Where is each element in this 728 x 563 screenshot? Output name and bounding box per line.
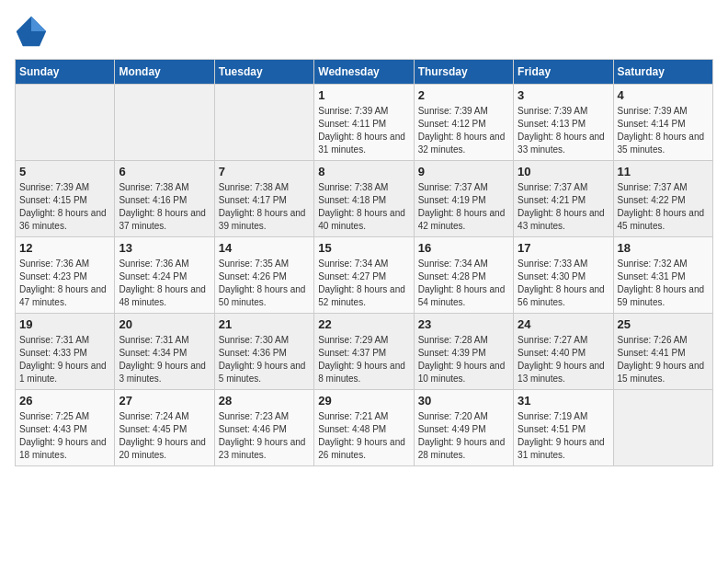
day-info: Sunrise: 7:37 AM Sunset: 4:22 PM Dayligh… bbox=[618, 181, 709, 233]
day-cell: 20Sunrise: 7:31 AM Sunset: 4:34 PM Dayli… bbox=[115, 314, 214, 390]
day-number: 6 bbox=[119, 165, 210, 178]
day-cell: 29Sunrise: 7:21 AM Sunset: 4:48 PM Dayli… bbox=[314, 390, 414, 466]
weekday-header-thursday: Thursday bbox=[414, 60, 513, 85]
day-cell: 26Sunrise: 7:25 AM Sunset: 4:43 PM Dayli… bbox=[16, 390, 115, 466]
day-cell: 30Sunrise: 7:20 AM Sunset: 4:49 PM Dayli… bbox=[414, 390, 513, 466]
day-number: 22 bbox=[318, 317, 409, 331]
day-cell: 14Sunrise: 7:35 AM Sunset: 4:26 PM Dayli… bbox=[214, 237, 313, 314]
weekday-header-saturday: Saturday bbox=[613, 60, 712, 85]
day-number: 10 bbox=[518, 165, 609, 178]
day-info: Sunrise: 7:27 AM Sunset: 4:40 PM Dayligh… bbox=[518, 334, 609, 385]
day-info: Sunrise: 7:34 AM Sunset: 4:28 PM Dayligh… bbox=[418, 258, 509, 309]
day-info: Sunrise: 7:23 AM Sunset: 4:46 PM Dayligh… bbox=[219, 410, 310, 462]
day-cell: 13Sunrise: 7:36 AM Sunset: 4:24 PM Dayli… bbox=[115, 237, 214, 314]
day-cell: 24Sunrise: 7:27 AM Sunset: 4:40 PM Dayli… bbox=[514, 314, 613, 390]
day-info: Sunrise: 7:28 AM Sunset: 4:39 PM Dayligh… bbox=[418, 334, 509, 385]
day-number: 16 bbox=[418, 241, 509, 255]
day-number: 28 bbox=[219, 394, 310, 408]
day-info: Sunrise: 7:34 AM Sunset: 4:27 PM Dayligh… bbox=[318, 258, 409, 309]
day-info: Sunrise: 7:39 AM Sunset: 4:15 PM Dayligh… bbox=[19, 181, 110, 233]
day-info: Sunrise: 7:39 AM Sunset: 4:14 PM Dayligh… bbox=[618, 105, 709, 156]
day-info: Sunrise: 7:19 AM Sunset: 4:51 PM Dayligh… bbox=[518, 410, 609, 462]
day-cell bbox=[214, 85, 313, 161]
svg-marker-1 bbox=[31, 17, 46, 31]
day-cell: 4Sunrise: 7:39 AM Sunset: 4:14 PM Daylig… bbox=[613, 85, 712, 161]
day-info: Sunrise: 7:24 AM Sunset: 4:45 PM Dayligh… bbox=[119, 410, 210, 462]
logo bbox=[15, 15, 51, 48]
day-number: 30 bbox=[418, 394, 509, 408]
day-info: Sunrise: 7:30 AM Sunset: 4:36 PM Dayligh… bbox=[219, 334, 310, 385]
day-number: 3 bbox=[518, 88, 609, 102]
day-number: 29 bbox=[318, 394, 409, 408]
day-number: 5 bbox=[19, 165, 110, 178]
day-cell: 7Sunrise: 7:38 AM Sunset: 4:17 PM Daylig… bbox=[214, 161, 313, 237]
day-cell: 22Sunrise: 7:29 AM Sunset: 4:37 PM Dayli… bbox=[314, 314, 414, 390]
day-number: 31 bbox=[518, 394, 609, 408]
weekday-header-monday: Monday bbox=[115, 60, 214, 85]
day-info: Sunrise: 7:29 AM Sunset: 4:37 PM Dayligh… bbox=[318, 334, 409, 385]
day-info: Sunrise: 7:38 AM Sunset: 4:17 PM Dayligh… bbox=[219, 181, 310, 233]
day-info: Sunrise: 7:37 AM Sunset: 4:19 PM Dayligh… bbox=[418, 181, 509, 233]
page-header bbox=[15, 15, 713, 48]
day-cell: 28Sunrise: 7:23 AM Sunset: 4:46 PM Dayli… bbox=[214, 390, 313, 466]
day-cell: 10Sunrise: 7:37 AM Sunset: 4:21 PM Dayli… bbox=[514, 161, 613, 237]
day-number: 13 bbox=[119, 241, 210, 255]
day-cell: 2Sunrise: 7:39 AM Sunset: 4:12 PM Daylig… bbox=[414, 85, 513, 161]
day-cell: 16Sunrise: 7:34 AM Sunset: 4:28 PM Dayli… bbox=[414, 237, 513, 314]
day-info: Sunrise: 7:36 AM Sunset: 4:23 PM Dayligh… bbox=[19, 258, 110, 309]
day-cell: 9Sunrise: 7:37 AM Sunset: 4:19 PM Daylig… bbox=[414, 161, 513, 237]
weekday-header-tuesday: Tuesday bbox=[214, 60, 313, 85]
day-info: Sunrise: 7:31 AM Sunset: 4:33 PM Dayligh… bbox=[19, 334, 110, 385]
day-info: Sunrise: 7:36 AM Sunset: 4:24 PM Dayligh… bbox=[119, 258, 210, 309]
logo-icon bbox=[15, 15, 48, 48]
day-info: Sunrise: 7:39 AM Sunset: 4:13 PM Dayligh… bbox=[518, 105, 609, 156]
day-info: Sunrise: 7:33 AM Sunset: 4:30 PM Dayligh… bbox=[518, 258, 609, 309]
day-number: 21 bbox=[219, 317, 310, 331]
day-cell bbox=[613, 390, 712, 466]
day-number: 12 bbox=[19, 241, 110, 255]
day-number: 26 bbox=[19, 394, 110, 408]
day-number: 11 bbox=[618, 165, 709, 178]
day-number: 25 bbox=[618, 317, 709, 331]
day-cell: 25Sunrise: 7:26 AM Sunset: 4:41 PM Dayli… bbox=[613, 314, 712, 390]
day-cell: 18Sunrise: 7:32 AM Sunset: 4:31 PM Dayli… bbox=[613, 237, 712, 314]
day-number: 18 bbox=[618, 241, 709, 255]
weekday-header-row: SundayMondayTuesdayWednesdayThursdayFrid… bbox=[16, 60, 713, 85]
day-cell: 5Sunrise: 7:39 AM Sunset: 4:15 PM Daylig… bbox=[16, 161, 115, 237]
day-info: Sunrise: 7:20 AM Sunset: 4:49 PM Dayligh… bbox=[418, 410, 509, 462]
day-info: Sunrise: 7:32 AM Sunset: 4:31 PM Dayligh… bbox=[618, 258, 709, 309]
day-info: Sunrise: 7:25 AM Sunset: 4:43 PM Dayligh… bbox=[19, 410, 110, 462]
day-info: Sunrise: 7:31 AM Sunset: 4:34 PM Dayligh… bbox=[119, 334, 210, 385]
day-number: 14 bbox=[219, 241, 310, 255]
day-number: 4 bbox=[618, 88, 709, 102]
day-number: 8 bbox=[318, 165, 409, 178]
day-cell: 31Sunrise: 7:19 AM Sunset: 4:51 PM Dayli… bbox=[514, 390, 613, 466]
week-row-5: 26Sunrise: 7:25 AM Sunset: 4:43 PM Dayli… bbox=[16, 390, 713, 466]
calendar-table: SundayMondayTuesdayWednesdayThursdayFrid… bbox=[15, 59, 713, 466]
day-number: 7 bbox=[219, 165, 310, 178]
day-cell: 8Sunrise: 7:38 AM Sunset: 4:18 PM Daylig… bbox=[314, 161, 414, 237]
week-row-4: 19Sunrise: 7:31 AM Sunset: 4:33 PM Dayli… bbox=[16, 314, 713, 390]
day-number: 27 bbox=[119, 394, 210, 408]
day-info: Sunrise: 7:38 AM Sunset: 4:16 PM Dayligh… bbox=[119, 181, 210, 233]
day-number: 20 bbox=[119, 317, 210, 331]
day-info: Sunrise: 7:39 AM Sunset: 4:12 PM Dayligh… bbox=[418, 105, 509, 156]
day-cell: 11Sunrise: 7:37 AM Sunset: 4:22 PM Dayli… bbox=[613, 161, 712, 237]
day-cell bbox=[115, 85, 214, 161]
day-info: Sunrise: 7:26 AM Sunset: 4:41 PM Dayligh… bbox=[618, 334, 709, 385]
day-cell: 17Sunrise: 7:33 AM Sunset: 4:30 PM Dayli… bbox=[514, 237, 613, 314]
weekday-header-sunday: Sunday bbox=[16, 60, 115, 85]
day-info: Sunrise: 7:35 AM Sunset: 4:26 PM Dayligh… bbox=[219, 258, 310, 309]
week-row-1: 1Sunrise: 7:39 AM Sunset: 4:11 PM Daylig… bbox=[16, 85, 713, 161]
day-number: 15 bbox=[318, 241, 409, 255]
day-cell bbox=[16, 85, 115, 161]
day-number: 24 bbox=[518, 317, 609, 331]
day-cell: 12Sunrise: 7:36 AM Sunset: 4:23 PM Dayli… bbox=[16, 237, 115, 314]
week-row-2: 5Sunrise: 7:39 AM Sunset: 4:15 PM Daylig… bbox=[16, 161, 713, 237]
day-info: Sunrise: 7:21 AM Sunset: 4:48 PM Dayligh… bbox=[318, 410, 409, 462]
week-row-3: 12Sunrise: 7:36 AM Sunset: 4:23 PM Dayli… bbox=[16, 237, 713, 314]
day-number: 2 bbox=[418, 88, 509, 102]
day-number: 9 bbox=[418, 165, 509, 178]
day-cell: 6Sunrise: 7:38 AM Sunset: 4:16 PM Daylig… bbox=[115, 161, 214, 237]
day-info: Sunrise: 7:38 AM Sunset: 4:18 PM Dayligh… bbox=[318, 181, 409, 233]
